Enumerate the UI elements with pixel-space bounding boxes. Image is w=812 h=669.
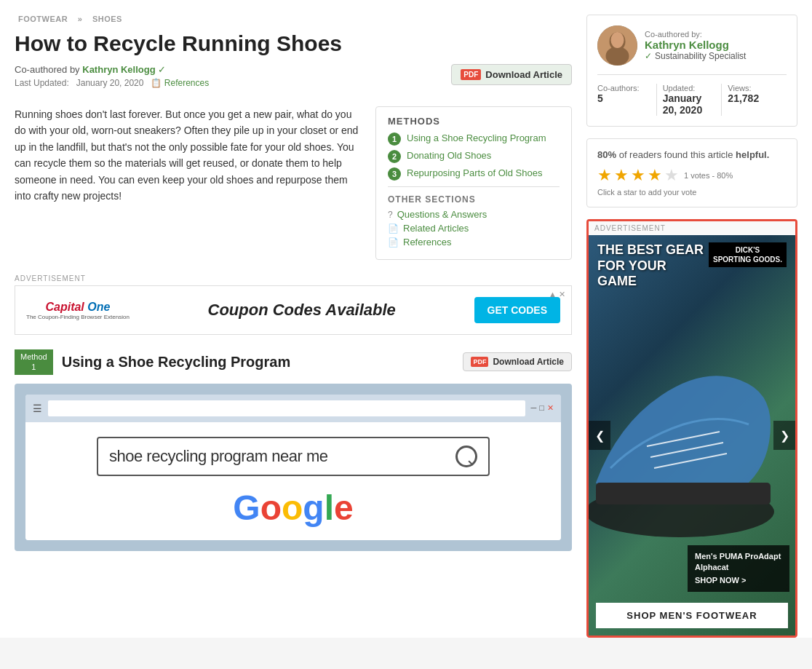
browser-content: shoe recycling program near me Google xyxy=(25,422,561,540)
browser-close[interactable]: ✕ xyxy=(547,403,554,413)
sidebar-ad: ADVERTISEMENT xyxy=(586,219,797,638)
method-label-1: Using a Shoe Recycling Program xyxy=(407,132,546,143)
search-box[interactable]: shoe recycling program near me xyxy=(97,437,490,476)
stat-coauthors-value: 5 xyxy=(597,92,650,104)
doc-icon-related: 📄 xyxy=(388,223,399,234)
product-name: Men's PUMA ProAdapt Alphacat xyxy=(695,551,782,574)
browser-window: ☰ ─ □ ✕ shoe recycling program near me xyxy=(25,395,561,540)
stars-row[interactable]: ★ ★ ★ ★ ★ 1 votes - 80% xyxy=(597,166,787,185)
browser-screenshot: ☰ ─ □ ✕ shoe recycling program near me xyxy=(15,384,572,551)
method-badge-num: 1 xyxy=(31,362,36,372)
shop-now-link[interactable]: SHOP NOW > xyxy=(695,575,782,586)
stat-updated-label: Updated: xyxy=(663,84,716,92)
star-3[interactable]: ★ xyxy=(631,166,645,185)
method-badge-label: Method xyxy=(20,352,47,362)
shop-footwear-button[interactable]: SHOP MEN'S FOOTWEAR xyxy=(596,603,788,628)
method-section-1: Method 1 Using a Shoe Recycling Program … xyxy=(15,349,572,551)
browser-controls: ─ □ ✕ xyxy=(531,403,554,413)
meta-line: Last Updated: January 20, 2020 📋 Referen… xyxy=(15,78,451,88)
download-article-button-method1[interactable]: PDF Download Article xyxy=(463,352,572,371)
author-link[interactable]: Kathryn Kellogg xyxy=(82,64,155,75)
svg-point-3 xyxy=(611,32,624,48)
author-card-info: Co-authored by: Kathryn Kellogg ✓ Sustai… xyxy=(645,30,746,61)
other-label-qa: Questions & Answers xyxy=(397,209,487,220)
references-link[interactable]: 📋 References xyxy=(151,78,209,88)
author-card-by: Co-authored by: xyxy=(645,30,746,39)
ratings-card: 80% of readers found this article helpfu… xyxy=(586,138,797,207)
shoe-svg xyxy=(589,279,785,570)
stats-row: Co-authors: 5 Updated: January 20, 2020 … xyxy=(597,74,787,116)
browser-menu-icon[interactable]: ☰ xyxy=(33,403,42,414)
votes-text: 1 votes - 80% xyxy=(684,171,733,180)
sidebar: Co-authored by: Kathryn Kellogg ✓ Sustai… xyxy=(586,15,797,638)
pdf-icon: PDF xyxy=(461,69,481,80)
sidebar-author-card: Co-authored by: Kathryn Kellogg ✓ Sustai… xyxy=(586,15,797,127)
method-header-1: Method 1 Using a Shoe Recycling Program … xyxy=(15,349,572,375)
other-item-related[interactable]: 📄 Related Articles xyxy=(388,223,560,234)
method-badge-1: Method 1 xyxy=(15,349,53,375)
star-5[interactable]: ★ xyxy=(664,166,679,185)
stat-coauthors: Co-authors: 5 xyxy=(597,84,657,116)
ad-tagline: THE BEST GEARFOR YOUR GAME xyxy=(597,242,709,290)
ad-text: Coupon Codes Available xyxy=(130,301,474,320)
sidebar-ad-content: THE BEST GEARFOR YOUR GAME DICK'SSPORTIN… xyxy=(589,235,795,636)
breadcrumb: FOOTWEAR » SHOES xyxy=(15,15,572,23)
google-letter-o1: o xyxy=(260,488,282,527)
author-block: Co-authored by Kathryn Kellogg ✓ Last Up… xyxy=(15,64,451,99)
browser-address-bar[interactable] xyxy=(48,400,525,416)
method-item-3[interactable]: 3 Repurposing Parts of Old Shoes xyxy=(388,167,560,181)
other-item-qa[interactable]: ? Questions & Answers xyxy=(388,209,560,220)
author-card-header: Co-authored by: Kathryn Kellogg ✓ Sustai… xyxy=(597,25,787,66)
method-num-3: 3 xyxy=(388,167,401,181)
search-text: shoe recycling program near me xyxy=(109,447,327,466)
doc-icon-references: 📄 xyxy=(388,237,399,248)
other-item-references[interactable]: 📄 References xyxy=(388,237,560,248)
other-label-related: Related Articles xyxy=(403,223,469,234)
google-logo: Google xyxy=(40,491,546,526)
pdf-icon-small: PDF xyxy=(471,357,488,367)
ad-logo-area: Capital One The Coupon-Finding Browser E… xyxy=(26,301,130,320)
other-sections-title: OTHER SECTIONS xyxy=(388,194,560,205)
author-line: Co-authored by Kathryn Kellogg ✓ xyxy=(15,64,451,75)
other-label-references: References xyxy=(403,237,451,248)
star-1[interactable]: ★ xyxy=(597,166,612,185)
method-item-2[interactable]: 2 Donating Old Shoes xyxy=(388,150,560,163)
methods-divider xyxy=(388,186,560,187)
search-icon[interactable] xyxy=(455,446,477,467)
author-card-name[interactable]: Kathryn Kellogg xyxy=(645,39,746,51)
dicks-logo: DICK'SSPORTING GOODS. xyxy=(709,242,787,267)
sidebar-ad-label: ADVERTISEMENT xyxy=(589,221,795,235)
browser-minimize[interactable]: ─ xyxy=(531,403,537,413)
browser-maximize[interactable]: □ xyxy=(539,403,544,413)
coauthored-label: Co-authored by xyxy=(15,64,80,75)
stat-views: Views: 21,782 xyxy=(722,84,787,116)
article-title: How to Recycle Running Shoes xyxy=(15,31,572,57)
carousel-prev-button[interactable]: ❮ xyxy=(589,421,610,450)
capital-one-logo: Capital One xyxy=(45,301,110,314)
method-label-2: Donating Old Shoes xyxy=(407,150,491,161)
google-letter-e: e xyxy=(334,488,354,527)
content-area: METHODS 1 Using a Shoe Recycling Program… xyxy=(15,106,572,274)
breadcrumb-current[interactable]: SHOES xyxy=(92,15,122,23)
svg-rect-5 xyxy=(596,483,771,504)
stat-coauthors-label: Co-authors: xyxy=(597,84,650,92)
method-item-1[interactable]: 1 Using a Shoe Recycling Program xyxy=(388,132,560,146)
ad-close-button[interactable]: ▲ ✕ xyxy=(549,290,565,299)
methods-title: METHODS xyxy=(388,116,560,127)
verified-badge-sidebar: ✓ xyxy=(645,51,652,61)
carousel-next-button[interactable]: ❯ xyxy=(773,421,795,450)
author-card-title: ✓ Sustainability Specialist xyxy=(645,51,746,61)
ad-banner: ▲ ✕ Capital One The Coupon-Finding Brows… xyxy=(15,285,572,335)
browser-toolbar: ☰ ─ □ ✕ xyxy=(25,395,561,422)
helpful-pct: 80% xyxy=(597,149,616,160)
ad-label-main: ADVERTISEMENT xyxy=(15,274,572,282)
question-icon: ? xyxy=(388,210,393,220)
article-header-row: Co-authored by Kathryn Kellogg ✓ Last Up… xyxy=(15,64,572,99)
star-4[interactable]: ★ xyxy=(648,166,662,185)
ad-cta-button[interactable]: GET CODES xyxy=(474,297,560,323)
star-2[interactable]: ★ xyxy=(614,166,629,185)
stat-views-label: Views: xyxy=(728,84,781,92)
add-vote-text: Click a star to add your vote xyxy=(597,188,787,197)
breadcrumb-parent[interactable]: FOOTWEAR xyxy=(18,15,68,23)
download-article-button-top[interactable]: PDF Download Article xyxy=(451,64,572,85)
